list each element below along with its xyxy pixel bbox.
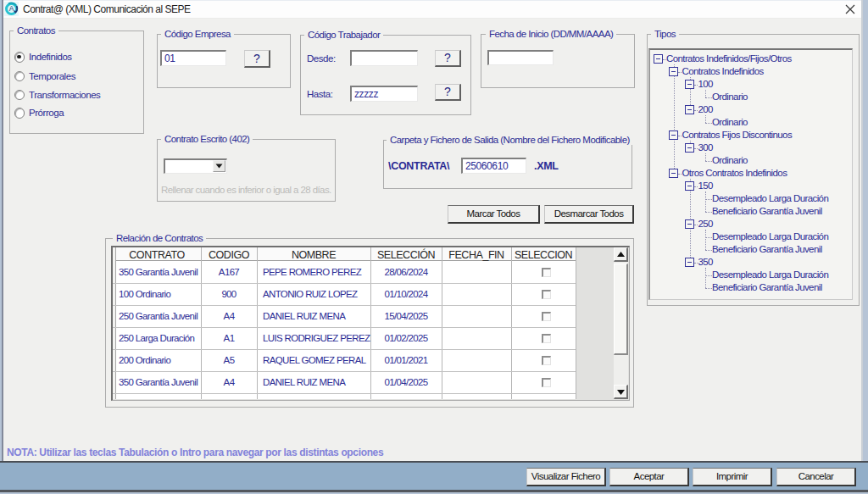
svg-text:A: A: [9, 4, 14, 13]
